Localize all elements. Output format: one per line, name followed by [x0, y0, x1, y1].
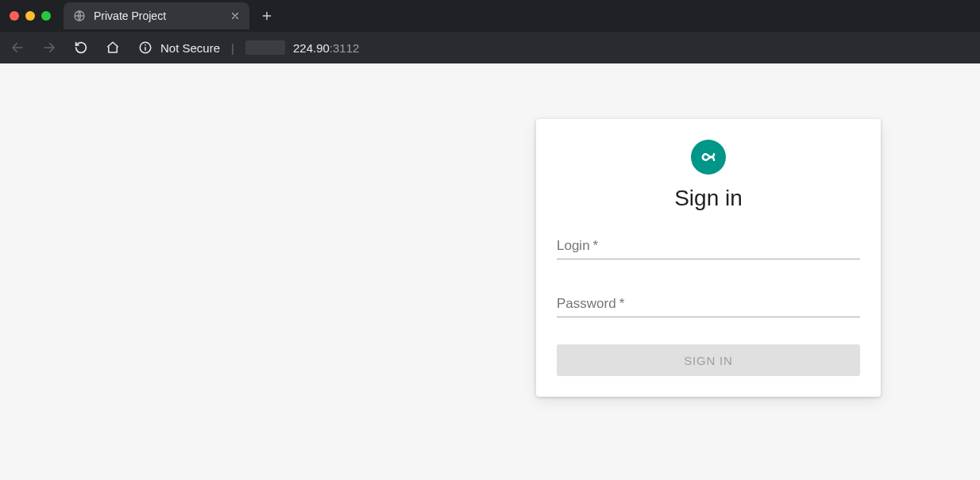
browser-toolbar: Not Secure | 224.90:3112	[0, 32, 980, 63]
nav-forward-button[interactable]	[38, 36, 60, 59]
svg-point-3	[145, 44, 146, 46]
globe-icon	[73, 10, 86, 22]
signin-card: Sign in Login* Password* SIGN IN	[536, 119, 881, 397]
login-field: Login*	[557, 238, 860, 259]
infinity-icon	[698, 147, 719, 167]
window-close-dot[interactable]	[10, 11, 19, 21]
info-icon	[138, 40, 152, 55]
browser-tab-active[interactable]: Private Project	[64, 2, 249, 29]
nav-back-button[interactable]	[6, 36, 29, 59]
address-bar[interactable]: Not Secure | 224.90:3112	[133, 40, 364, 55]
new-tab-button[interactable]	[256, 5, 278, 27]
password-input[interactable]	[557, 296, 860, 317]
signin-button[interactable]: SIGN IN	[557, 344, 860, 376]
url-divider: |	[228, 41, 237, 55]
password-field: Password*	[557, 296, 860, 317]
url-host: 224.90	[293, 41, 330, 55]
signin-heading: Sign in	[557, 186, 860, 211]
page-viewport: Sign in Login* Password* SIGN IN	[0, 63, 980, 480]
security-label: Not Secure	[160, 41, 220, 55]
window-minimize-dot[interactable]	[25, 11, 35, 21]
login-input[interactable]	[557, 238, 860, 259]
browser-chrome: Private Project	[0, 0, 980, 63]
tab-title: Private Project	[94, 10, 222, 22]
home-button[interactable]	[102, 36, 124, 59]
window-controls	[6, 11, 57, 21]
window-zoom-dot[interactable]	[41, 11, 51, 21]
app-logo	[691, 140, 726, 175]
url-redacted-segment	[245, 40, 285, 55]
tab-strip: Private Project	[0, 0, 980, 32]
reload-button[interactable]	[70, 36, 92, 59]
url-port: :3112	[330, 41, 360, 55]
tab-close-icon[interactable]	[230, 11, 240, 21]
